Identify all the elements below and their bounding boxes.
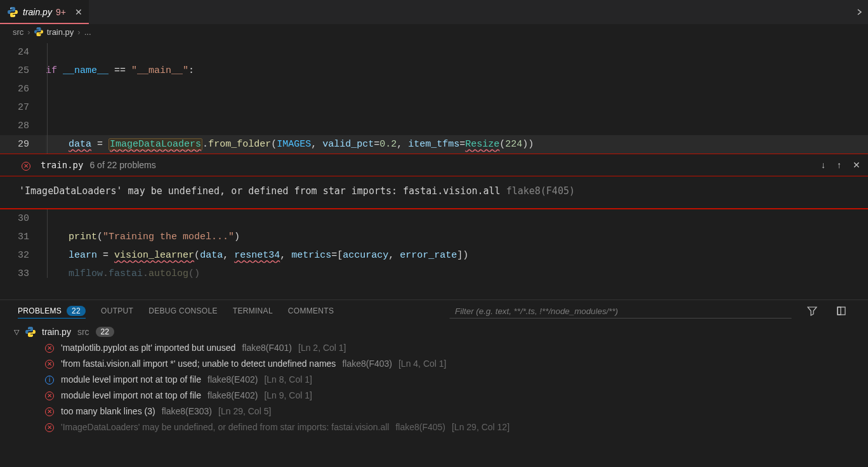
code-line[interactable]: 33 mlflow.fastai.autolog()	[0, 265, 868, 278]
code-content[interactable]: mlflow.fastai.autolog()	[46, 265, 868, 278]
tab-output[interactable]: OUTPUT	[101, 306, 133, 315]
problem-row[interactable]: ✕'matplotlib.pyplot as plt' imported but…	[14, 339, 868, 355]
error-icon: ✕	[44, 421, 55, 432]
line-number: 28	[0, 117, 46, 135]
tab-comments[interactable]: COMMENTS	[288, 306, 334, 315]
problem-message: module level import not at top of file	[61, 374, 201, 385]
problems-filter-input[interactable]	[449, 303, 792, 319]
editor-bottom[interactable]: 3031 print("Training the model...")32 le…	[0, 209, 868, 278]
inline-problem-count: 6 of 22 problems	[89, 160, 155, 170]
line-number: 24	[0, 43, 46, 62]
code-content[interactable]: learn = vision_learner(data, resnet34, m…	[46, 246, 868, 265]
tab-terminal[interactable]: TERMINAL	[233, 306, 273, 315]
problem-message: 'ImageDataLoaders' may be undefined, or …	[61, 422, 389, 432]
code-line[interactable]: 24	[0, 43, 868, 62]
python-icon	[25, 327, 36, 337]
close-icon[interactable]: ✕	[75, 7, 82, 17]
code-content[interactable]: if __name__ == "__main__":	[46, 62, 868, 80]
problem-row[interactable]: ✕too many blank lines (3) flake8(E303) […	[14, 403, 868, 419]
chevron-down-icon[interactable]: ▽	[14, 328, 19, 336]
code-content[interactable]	[46, 98, 868, 117]
breadcrumb-more[interactable]: ...	[84, 27, 91, 37]
line-number: 26	[0, 80, 46, 98]
inline-problem-file: train.py	[41, 160, 83, 170]
problems-file-dir: src	[77, 327, 89, 337]
problem-message: 'from fastai.vision.all import *' used; …	[61, 358, 336, 369]
panel-tabs: PROBLEMS 22 OUTPUT DEBUG CONSOLE TERMINA…	[0, 300, 868, 322]
code-line[interactable]: 31 print("Training the model...")	[0, 228, 868, 246]
breadcrumb[interactable]: src › train.py › ...	[0, 24, 868, 39]
problem-row[interactable]: imodule level import not at top of file …	[14, 371, 868, 387]
tab-overflow-icon[interactable]	[852, 0, 868, 24]
python-icon	[8, 7, 18, 17]
code-content[interactable]	[46, 80, 868, 98]
problem-code: flake8(E402)	[207, 374, 258, 385]
problem-location: [Ln 4, Col 1]	[398, 358, 447, 369]
error-icon: ✕	[22, 160, 30, 171]
problem-location: [Ln 9, Col 1]	[264, 390, 312, 400]
svg-point-1	[14, 15, 15, 16]
problems-file-header[interactable]: ▽ train.py src 22	[14, 324, 868, 339]
problems-file-count: 22	[96, 327, 114, 337]
tab-filename: train.py	[23, 7, 52, 17]
problems-file-name: train.py	[42, 327, 71, 337]
svg-rect-3	[838, 307, 841, 315]
code-content[interactable]: print("Training the model...")	[46, 228, 868, 246]
tab-problems[interactable]: PROBLEMS 22	[18, 306, 86, 319]
next-problem-button[interactable]: ↓	[821, 160, 825, 170]
problem-code: flake8(F403)	[342, 358, 392, 369]
problem-code: flake8(E402)	[207, 390, 258, 400]
problem-location: [Ln 8, Col 1]	[264, 374, 312, 385]
line-number: 29	[0, 135, 46, 154]
problem-message: module level import not at top of file	[61, 390, 201, 400]
line-number: 27	[0, 98, 46, 117]
code-content[interactable]: data = ImageDataLoaders.from_folder(IMAG…	[46, 135, 868, 154]
inline-problem-message: 'ImageDataLoaders' may be undefined, or …	[0, 176, 868, 208]
problems-list: ▽ train.py src 22 ✕'matplotlib.pyplot as…	[0, 322, 868, 435]
error-icon: ✕	[44, 342, 55, 353]
close-icon[interactable]: ✕	[853, 160, 860, 170]
tab-bar: train.py 9+ ✕	[0, 0, 868, 24]
problem-row[interactable]: ✕'ImageDataLoaders' may be undefined, or…	[14, 419, 868, 435]
svg-point-0	[10, 8, 11, 9]
code-content[interactable]	[46, 117, 868, 135]
error-icon: ✕	[44, 405, 55, 416]
problem-code: flake8(E303)	[162, 406, 212, 416]
code-line[interactable]: 30	[0, 209, 868, 228]
code-line[interactable]: 28	[0, 117, 868, 135]
info-icon: i	[44, 374, 55, 385]
breadcrumb-root[interactable]: src	[13, 27, 23, 37]
code-content[interactable]	[46, 209, 868, 228]
problem-message: too many blank lines (3)	[61, 406, 155, 416]
problems-count-badge: 22	[67, 306, 86, 316]
bottom-panel: PROBLEMS 22 OUTPUT DEBUG CONSOLE TERMINA…	[0, 299, 868, 467]
filter-icon[interactable]	[807, 306, 821, 316]
line-number: 32	[0, 246, 46, 265]
problem-row[interactable]: ✕module level import not at top of file …	[14, 387, 868, 403]
editor-top[interactable]: 2425if __name__ == "__main__":26272829 d…	[0, 39, 868, 154]
code-line[interactable]: 25if __name__ == "__main__":	[0, 62, 868, 80]
breadcrumb-file[interactable]: train.py	[47, 27, 74, 37]
collapse-icon[interactable]	[836, 306, 850, 316]
tab-train-py[interactable]: train.py 9+ ✕	[0, 0, 89, 24]
error-icon: ✕	[44, 390, 55, 400]
problem-code: flake8(F405)	[395, 422, 445, 432]
problem-code: flake8(F401)	[242, 343, 292, 353]
code-line[interactable]: 29 data = ImageDataLoaders.from_folder(I…	[0, 135, 868, 154]
prev-problem-button[interactable]: ↑	[837, 160, 841, 170]
code-line[interactable]: 26	[0, 80, 868, 98]
problem-row[interactable]: ✕'from fastai.vision.all import *' used;…	[14, 355, 868, 371]
code-content[interactable]	[46, 43, 868, 62]
problem-location: [Ln 29, Col 12]	[452, 422, 510, 432]
error-icon: ✕	[44, 358, 55, 369]
line-number: 25	[0, 62, 46, 80]
code-line[interactable]: 27	[0, 98, 868, 117]
inline-problem-header: ✕ train.py 6 of 22 problems ↓ ↑ ✕	[0, 154, 868, 176]
line-number: 33	[0, 265, 46, 278]
python-icon	[34, 27, 43, 36]
tab-problems-badge: 9+	[56, 7, 66, 17]
line-number: 30	[0, 209, 46, 228]
code-line[interactable]: 32 learn = vision_learner(data, resnet34…	[0, 246, 868, 265]
tab-debug-console[interactable]: DEBUG CONSOLE	[148, 306, 218, 315]
svg-rect-2	[838, 307, 845, 315]
